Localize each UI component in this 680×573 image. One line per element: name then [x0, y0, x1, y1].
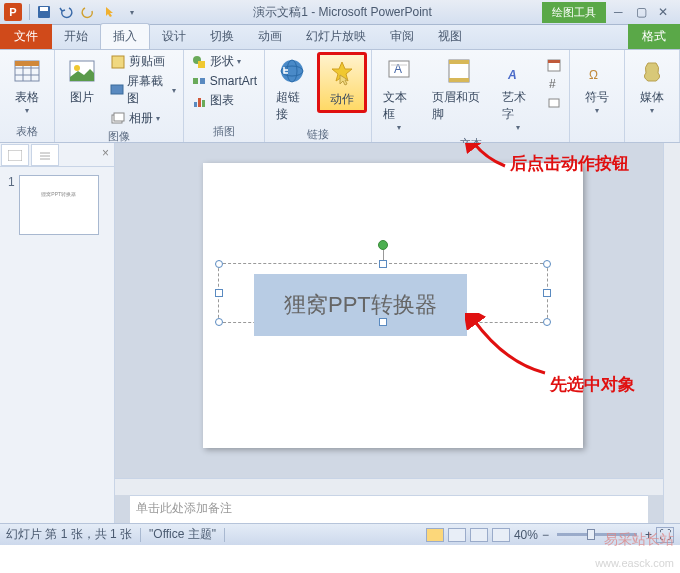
resize-handle-tl[interactable]	[215, 260, 223, 268]
svg-rect-10	[112, 56, 124, 68]
svg-text:Ω: Ω	[589, 68, 598, 82]
annotation-click-action: 后点击动作按钮	[510, 152, 629, 175]
chart-button[interactable]: 图表	[188, 91, 260, 110]
textbox-button[interactable]: A 文本框▾	[376, 52, 422, 135]
resize-handle-bm[interactable]	[379, 318, 387, 326]
slide-counter: 幻灯片 第 1 张，共 1 张	[6, 526, 132, 543]
tab-home[interactable]: 开始	[52, 24, 100, 49]
headerfooter-button[interactable]: 页眉和页脚	[425, 52, 493, 126]
tab-format[interactable]: 格式	[628, 24, 680, 49]
svg-rect-36	[8, 150, 22, 161]
picture-label: 图片	[70, 89, 94, 106]
screenshot-button[interactable]: 屏幕截图 ▾	[107, 72, 179, 108]
textbox-content[interactable]: 狸窝PPT转换器	[254, 274, 467, 336]
vertical-scrollbar[interactable]	[663, 143, 680, 523]
tab-review[interactable]: 审阅	[378, 24, 426, 49]
wordart-button[interactable]: A 艺术字▾	[495, 52, 541, 135]
drawing-tools-tab: 绘图工具	[542, 2, 606, 23]
svg-rect-19	[198, 98, 201, 107]
svg-text:#: #	[549, 77, 556, 91]
group-text: A 文本框▾ 页眉和页脚 A 艺术字▾ # 文本	[372, 50, 570, 142]
group-media: 媒体▾	[625, 50, 680, 142]
svg-rect-34	[549, 99, 559, 107]
slides-tab-icon[interactable]	[1, 144, 29, 166]
qat-more-icon[interactable]: ▾	[123, 3, 141, 21]
shapes-button[interactable]: 形状 ▾	[188, 52, 260, 71]
clipart-button[interactable]: 剪贴画	[107, 52, 179, 71]
zoom-out-button[interactable]: −	[542, 528, 549, 542]
slideshow-view-button[interactable]	[492, 528, 510, 542]
symbol-button[interactable]: Ω 符号▾	[574, 52, 620, 118]
wordart-icon: A	[502, 55, 534, 87]
slide-edit-area[interactable]: 狸窝PPT转换器 后点击动作按钮 先选中对象 单击此处添加备注	[115, 143, 680, 523]
hyperlink-button[interactable]: 超链接	[269, 52, 315, 126]
group-illustrations: 形状 ▾ SmartArt 图表 插图	[184, 50, 265, 142]
thumbnail-pane: × 1 狸窝PPT转换器	[0, 143, 115, 523]
album-button[interactable]: 相册 ▾	[107, 109, 179, 128]
app-icon: P	[4, 3, 22, 21]
headerfooter-label: 页眉和页脚	[432, 89, 486, 123]
sorter-view-button[interactable]	[448, 528, 466, 542]
slide-canvas[interactable]: 狸窝PPT转换器	[203, 163, 583, 448]
tab-slideshow[interactable]: 幻灯片放映	[294, 24, 378, 49]
shapes-icon	[191, 54, 207, 70]
date-button[interactable]	[543, 56, 565, 74]
tab-view[interactable]: 视图	[426, 24, 474, 49]
symbol-icon: Ω	[581, 55, 613, 87]
rotation-handle[interactable]	[378, 240, 388, 250]
qat-undo-icon[interactable]	[57, 3, 75, 21]
tab-insert[interactable]: 插入	[100, 23, 150, 49]
svg-rect-17	[200, 78, 205, 84]
qat-pointer-icon[interactable]	[101, 3, 119, 21]
media-button[interactable]: 媒体▾	[629, 52, 675, 118]
resize-handle-tm[interactable]	[379, 260, 387, 268]
resize-handle-tr[interactable]	[543, 260, 551, 268]
resize-handle-ml[interactable]	[215, 289, 223, 297]
reading-view-button[interactable]	[470, 528, 488, 542]
outline-tab-icon[interactable]	[31, 144, 59, 166]
hyperlink-icon	[276, 55, 308, 87]
picture-button[interactable]: 图片	[59, 52, 105, 109]
minimize-icon[interactable]: ─	[614, 5, 628, 19]
tab-file[interactable]: 文件	[0, 24, 52, 49]
group-tables-label: 表格	[4, 123, 50, 140]
slide-thumbnail[interactable]: 1 狸窝PPT转换器	[8, 175, 106, 235]
close-icon[interactable]: ✕	[658, 5, 672, 19]
qat-redo-icon[interactable]	[79, 3, 97, 21]
group-links-label: 链接	[269, 126, 367, 143]
headerfooter-icon	[443, 55, 475, 87]
screenshot-icon	[110, 82, 124, 98]
smartart-button[interactable]: SmartArt	[188, 72, 260, 90]
qat-save-icon[interactable]	[35, 3, 53, 21]
watermark-text: 易采站长站	[604, 531, 674, 549]
table-label: 表格	[15, 89, 39, 106]
group-symbols: Ω 符号▾	[570, 50, 625, 142]
svg-text:A: A	[507, 68, 517, 82]
zoom-percent: 40%	[514, 528, 538, 542]
normal-view-button[interactable]	[426, 528, 444, 542]
svg-text:A: A	[394, 62, 402, 76]
svg-rect-28	[449, 60, 469, 64]
group-images: 图片 剪贴画 屏幕截图 ▾ 相册 ▾ 图像	[55, 50, 184, 142]
horizontal-scrollbar[interactable]	[115, 478, 663, 495]
ribbon: 表格▾ 表格 图片 剪贴画 屏幕截图 ▾ 相册 ▾ 图像 形状 ▾ SmartA…	[0, 50, 680, 143]
thumb-number: 1	[8, 175, 15, 235]
symbol-label: 符号	[585, 89, 609, 106]
picture-icon	[66, 55, 98, 87]
hyperlink-label: 超链接	[276, 89, 308, 123]
resize-handle-mr[interactable]	[543, 289, 551, 297]
maximize-icon[interactable]: ▢	[636, 5, 650, 19]
zoom-slider-thumb[interactable]	[587, 529, 595, 540]
tab-transitions[interactable]: 切换	[198, 24, 246, 49]
close-pane-icon[interactable]: ×	[97, 143, 114, 166]
action-button[interactable]: 动作	[317, 52, 367, 113]
group-symbols-label	[574, 138, 620, 140]
slidenumber-button[interactable]: #	[543, 75, 565, 93]
resize-handle-bl[interactable]	[215, 318, 223, 326]
thumbnail-tabs: ×	[0, 143, 114, 167]
tab-design[interactable]: 设计	[150, 24, 198, 49]
table-button[interactable]: 表格▾	[4, 52, 50, 118]
notes-pane[interactable]: 单击此处添加备注	[130, 495, 648, 523]
object-button[interactable]	[543, 94, 565, 112]
tab-animations[interactable]: 动画	[246, 24, 294, 49]
